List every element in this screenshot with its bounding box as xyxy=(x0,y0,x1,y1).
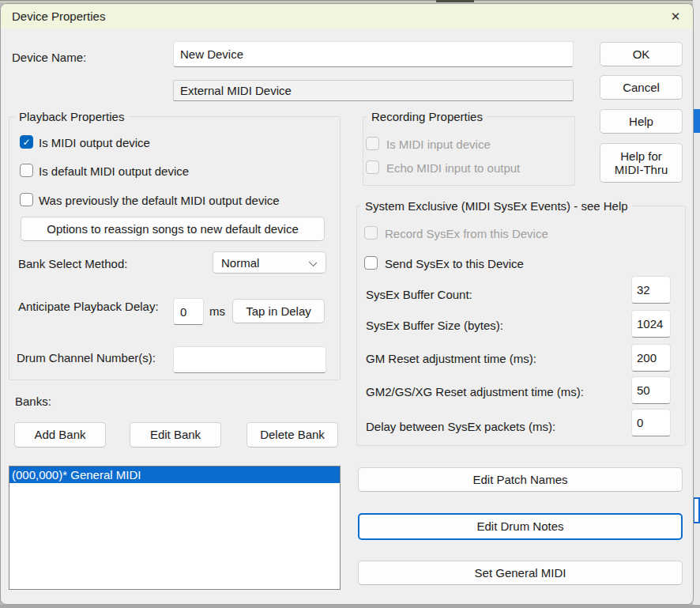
anticipate-delay-label: Anticipate Playback Delay: xyxy=(18,300,159,313)
is-midi-input-checkbox xyxy=(366,137,379,150)
is-default-midi-output-label[interactable]: Is default MIDI output device xyxy=(39,164,189,178)
sysex-packet-delay-label: Delay between SysEx packets (ms): xyxy=(366,420,555,433)
edit-patch-names-button[interactable]: Edit Patch Names xyxy=(358,467,683,492)
cancel-button[interactable]: Cancel xyxy=(600,75,683,100)
bank-select-dropdown[interactable]: Normal xyxy=(213,251,326,274)
gm2-gs-xg-reset-time-input[interactable] xyxy=(631,376,671,404)
edit-bank-button[interactable]: Edit Bank xyxy=(130,422,221,448)
is-midi-output-checkbox[interactable]: ✓ xyxy=(20,135,33,149)
sysex-packet-delay-input[interactable] xyxy=(631,409,671,436)
sysex-buffer-count-input[interactable] xyxy=(631,276,671,304)
device-name-input[interactable] xyxy=(173,41,574,67)
drum-channel-label: Drum Channel Number(s): xyxy=(17,351,156,364)
check-icon: ✓ xyxy=(22,137,30,148)
bank-list-item-selected[interactable]: (000,000)* General MIDI xyxy=(9,466,340,483)
drum-channel-input[interactable] xyxy=(173,346,326,373)
help-button[interactable]: Help xyxy=(600,109,683,134)
ok-button[interactable]: OK xyxy=(600,42,683,66)
gm-reset-time-label: GM Reset adjustment time (ms): xyxy=(366,352,536,365)
echo-midi-input-label: Echo MIDI input to output xyxy=(386,161,520,175)
title-bar: Device Properties ✕ xyxy=(1,4,693,28)
is-default-midi-output-checkbox[interactable] xyxy=(20,164,33,177)
sysex-buffer-size-label: SysEx Buffer Size (bytes): xyxy=(366,319,503,332)
playback-properties-title: Playback Properties xyxy=(15,110,128,123)
set-general-midi-button[interactable]: Set General MIDI xyxy=(358,561,683,585)
close-icon[interactable]: ✕ xyxy=(665,6,686,27)
device-type-field xyxy=(173,80,574,101)
sysex-buffer-count-label: SysEx Buffer Count: xyxy=(366,288,472,301)
playback-properties-group xyxy=(9,116,341,380)
add-bank-button[interactable]: Add Bank xyxy=(14,422,106,448)
is-midi-output-label[interactable]: Is MIDI output device xyxy=(39,136,150,149)
ms-label: ms xyxy=(209,304,225,318)
bank-select-value: Normal xyxy=(221,256,259,270)
reassign-songs-button[interactable]: Options to reassign songs to new default… xyxy=(21,217,325,241)
is-midi-input-label: Is MIDI input device xyxy=(386,138,491,151)
help-midi-thru-button[interactable]: Help for MIDI-Thru xyxy=(600,143,683,183)
chevron-down-icon xyxy=(309,259,317,266)
send-sysex-label[interactable]: Send SysEx to this Device xyxy=(385,257,524,270)
background-bottom-strip xyxy=(0,605,700,608)
bank-select-method-label: Bank Select Method: xyxy=(18,257,127,270)
gm-reset-time-input[interactable] xyxy=(631,344,671,372)
device-properties-dialog: Device Properties ✕ Device Name: OK Canc… xyxy=(0,3,694,605)
background-focused-button-fragment xyxy=(693,497,700,523)
sysex-buffer-size-input[interactable] xyxy=(631,310,671,338)
was-previously-default-label[interactable]: Was previously the default MIDI output d… xyxy=(39,194,280,207)
tap-in-delay-button[interactable]: Tap in Delay xyxy=(232,299,325,323)
recording-properties-group xyxy=(363,116,575,186)
delete-bank-button[interactable]: Delete Bank xyxy=(247,422,338,448)
banks-label: Banks: xyxy=(15,395,51,408)
background-blue-fragment xyxy=(694,109,700,133)
gm2-gs-xg-reset-time-label: GM2/GS/XG Reset adjustment time (ms): xyxy=(366,385,584,398)
edit-drum-notes-button[interactable]: Edit Drum Notes xyxy=(358,513,683,540)
echo-midi-input-checkbox xyxy=(366,160,379,174)
recording-properties-title: Recording Properties xyxy=(367,110,487,123)
send-sysex-checkbox[interactable] xyxy=(364,256,378,270)
dialog-title: Device Properties xyxy=(12,9,105,23)
was-previously-default-checkbox[interactable] xyxy=(20,193,33,206)
device-name-label: Device Name: xyxy=(12,51,86,64)
anticipate-delay-input[interactable] xyxy=(173,298,204,325)
background-window-fragment xyxy=(436,0,474,2)
record-sysex-checkbox xyxy=(364,226,378,240)
sysex-group-title: System Exclusive (MIDI SysEx Events) - s… xyxy=(361,199,632,213)
banks-listbox[interactable]: (000,000)* General MIDI xyxy=(9,466,341,590)
record-sysex-label: Record SysEx from this Device xyxy=(385,227,548,240)
screen: Device Properties ✕ Device Name: OK Canc… xyxy=(0,0,700,608)
